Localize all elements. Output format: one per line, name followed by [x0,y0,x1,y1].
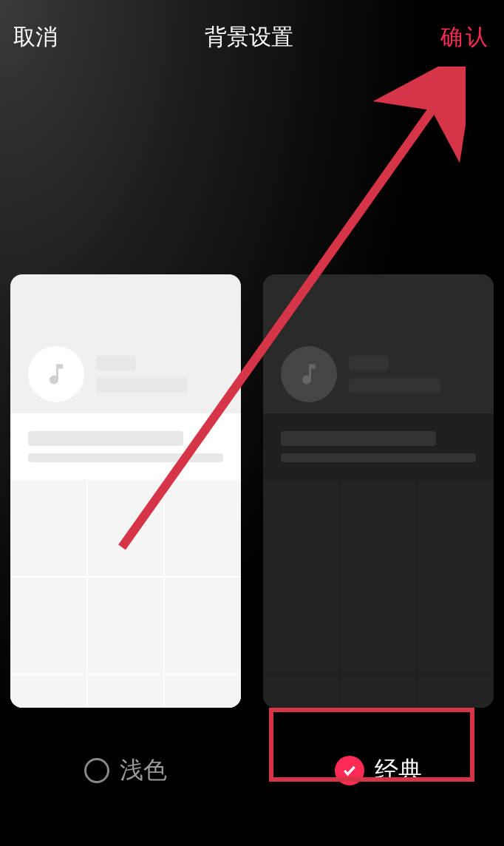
body-placeholder [263,413,494,480]
grid-cell [10,675,86,708]
preview-body [10,413,241,708]
option-label: 浅色 [120,754,167,787]
grid-cell [263,480,339,576]
grid-cell [88,578,164,674]
theme-preview-classic[interactable] [263,274,494,708]
placeholder-line [96,356,136,370]
grid-cell [418,675,494,708]
option-label: 经典 [375,754,422,787]
grid-cell [10,578,86,674]
theme-options: 浅色 经典 [0,737,504,804]
grid-cell [10,480,86,576]
preview-grid [10,480,241,708]
name-placeholder [96,356,223,393]
grid-cell [165,480,241,576]
preview-grid [263,480,494,708]
header: 取消 背景设置 确认 [0,0,504,75]
preview-body [263,413,494,708]
name-placeholder [349,356,476,393]
preview-header [263,274,494,410]
theme-preview-light[interactable] [10,274,241,708]
grid-cell [88,675,164,708]
grid-cell [341,480,417,576]
checkmark-icon [342,763,357,778]
theme-option-classic[interactable]: 经典 [263,737,494,804]
grid-cell [341,675,417,708]
placeholder-line [96,378,188,393]
themes-container [0,274,504,708]
page-title: 背景设置 [205,22,293,53]
grid-cell [418,480,494,576]
radio-checked-icon [335,756,364,785]
grid-cell [341,578,417,674]
grid-cell [418,578,494,674]
avatar-placeholder [281,346,337,402]
music-note-icon [43,361,69,388]
grid-cell [165,578,241,674]
grid-cell [263,675,339,708]
grid-cell [165,675,241,708]
placeholder-line [28,431,183,446]
confirm-button[interactable]: 确认 [440,22,491,53]
grid-cell [88,480,164,576]
grid-cell [263,578,339,674]
body-placeholder [10,413,241,480]
music-note-icon [296,361,322,388]
placeholder-line [281,453,476,462]
placeholder-line [349,378,440,393]
placeholder-line [349,356,389,370]
cancel-button[interactable]: 取消 [13,22,58,53]
radio-unchecked-icon [84,758,109,783]
theme-option-light[interactable]: 浅色 [10,737,241,804]
placeholder-line [28,453,223,462]
avatar-placeholder [28,346,84,402]
placeholder-line [281,431,436,446]
preview-header [10,274,241,410]
